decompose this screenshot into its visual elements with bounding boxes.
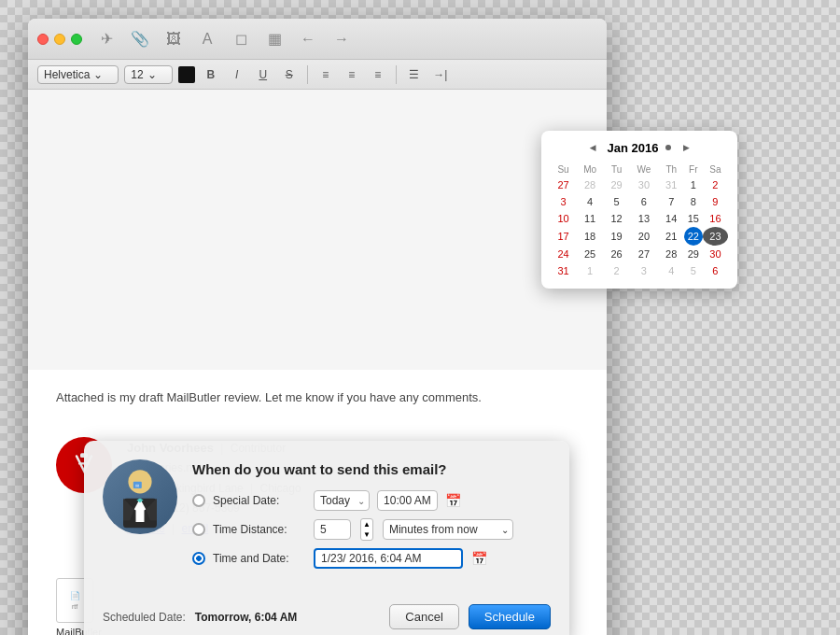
- minimize-button[interactable]: [54, 34, 65, 45]
- calendar-cell-2-4[interactable]: 14: [659, 210, 684, 227]
- calendar-cell-0-1[interactable]: 28: [576, 176, 604, 193]
- stepper-up-icon[interactable]: ▲: [361, 519, 372, 529]
- special-time-input[interactable]: 10:00 AM: [377, 490, 438, 511]
- calendar-cell-4-4[interactable]: 28: [659, 246, 684, 262]
- day-tu: Tu: [604, 162, 629, 176]
- special-date-select[interactable]: Today: [314, 490, 370, 511]
- email-body-text: Attached is my draft MailButler review. …: [56, 388, 579, 407]
- calendar-cell-4-5[interactable]: 29: [684, 246, 703, 262]
- next-icon[interactable]: →: [329, 26, 355, 52]
- special-date-radio[interactable]: [192, 494, 205, 507]
- align-right-icon[interactable]: ≡: [368, 64, 388, 85]
- time-distance-number[interactable]: 5: [314, 519, 351, 540]
- calendar-cell-4-3[interactable]: 27: [629, 246, 658, 262]
- calendar-cell-2-2[interactable]: 12: [604, 210, 629, 227]
- schedule-button[interactable]: Schedule: [469, 604, 551, 629]
- day-fr: Fr: [684, 162, 703, 176]
- calendar-cell-2-6[interactable]: 16: [703, 210, 728, 227]
- photo-icon[interactable]: 🖼: [161, 26, 187, 52]
- calendar-cell-4-0[interactable]: 24: [551, 246, 576, 262]
- calendar-cell-3-0[interactable]: 17: [551, 227, 576, 246]
- datetime-calendar-icon[interactable]: 📅: [470, 550, 487, 567]
- time-distance-radio[interactable]: [192, 523, 205, 536]
- calendar-cell-0-5[interactable]: 1: [684, 176, 703, 193]
- day-we: We: [629, 162, 658, 176]
- calendar-cell-1-2[interactable]: 5: [604, 193, 629, 210]
- traffic-lights: [37, 34, 82, 45]
- align-center-icon[interactable]: ≡: [342, 64, 362, 85]
- stepper-down-icon[interactable]: ▼: [361, 529, 372, 540]
- calendar-cell-1-3[interactable]: 6: [629, 193, 658, 210]
- font-size: 12: [131, 68, 143, 81]
- title-bar: ✈ 📎 🖼 A ◻ ▦ ← →: [28, 19, 607, 60]
- calendar-cell-4-2[interactable]: 26: [604, 246, 629, 262]
- calendar-cell-4-1[interactable]: 25: [576, 246, 604, 262]
- calendar-cell-4-6[interactable]: 30: [703, 246, 728, 262]
- cancel-button[interactable]: Cancel: [389, 604, 458, 629]
- calendar-week-0: 272829303112: [551, 176, 728, 193]
- calendar-cell-3-2[interactable]: 19: [604, 227, 629, 246]
- send-icon[interactable]: ✈: [93, 26, 119, 52]
- calendar-cell-1-6[interactable]: 9: [703, 193, 728, 210]
- attach-icon[interactable]: 📎: [127, 26, 153, 52]
- calendar-week-3: 17181920212223: [551, 227, 728, 246]
- maximize-button[interactable]: [71, 34, 82, 45]
- calendar-cell-2-1[interactable]: 11: [576, 210, 604, 227]
- text-icon[interactable]: A: [194, 26, 220, 52]
- calendar-icon[interactable]: 📅: [445, 492, 462, 509]
- calendar-cell-5-1[interactable]: 1: [576, 262, 604, 279]
- next-month-button[interactable]: ▸: [679, 140, 693, 155]
- calendar-cell-3-3[interactable]: 20: [629, 227, 658, 246]
- calendar-cell-1-4[interactable]: 7: [659, 193, 684, 210]
- minutes-from-now-select[interactable]: Minutes from now: [383, 519, 513, 540]
- strikethrough-button[interactable]: S: [279, 64, 300, 85]
- calendar-cell-1-0[interactable]: 3: [551, 193, 576, 210]
- datetime-input[interactable]: 1/23/ 2016, 6:04 AM: [314, 548, 463, 569]
- indent-icon[interactable]: →|: [430, 64, 451, 85]
- bold-button[interactable]: B: [201, 64, 221, 85]
- time-and-date-row: Time and Date: 1/23/ 2016, 6:04 AM 📅: [192, 548, 551, 569]
- calendar-cell-2-5[interactable]: 15: [684, 210, 703, 227]
- calendar-cell-3-1[interactable]: 18: [576, 227, 604, 246]
- today-dot[interactable]: [665, 145, 671, 150]
- calendar-cell-0-6[interactable]: 2: [703, 176, 728, 193]
- calendar-cell-0-4[interactable]: 31: [659, 176, 684, 193]
- calendar-cell-1-1[interactable]: 4: [576, 193, 604, 210]
- calendar-cell-5-6[interactable]: 6: [703, 262, 728, 279]
- time-and-date-radio[interactable]: [192, 552, 205, 565]
- calendar-cell-5-2[interactable]: 2: [604, 262, 629, 279]
- time-and-date-label: Time and Date:: [213, 552, 306, 565]
- calendar-cell-1-5[interactable]: 8: [684, 193, 703, 210]
- underline-button[interactable]: U: [253, 64, 273, 85]
- prev-icon[interactable]: ←: [295, 26, 321, 52]
- prev-month-button[interactable]: ◂: [585, 140, 600, 155]
- calendar-cell-0-2[interactable]: 29: [604, 176, 629, 193]
- window-icon[interactable]: ◻: [228, 26, 254, 52]
- day-su: Su: [551, 162, 576, 176]
- color-swatch[interactable]: [178, 66, 195, 83]
- calendar-cell-2-0[interactable]: 10: [551, 210, 576, 227]
- more-icon[interactable]: ▦: [261, 26, 287, 52]
- calendar-cell-0-0[interactable]: 27: [551, 176, 576, 193]
- size-select[interactable]: 12 ⌄: [124, 65, 172, 84]
- align-left-icon[interactable]: ≡: [315, 64, 336, 85]
- svg-rect-7: [136, 510, 145, 523]
- calendar-cell-5-4[interactable]: 4: [659, 262, 684, 279]
- italic-button[interactable]: I: [227, 64, 247, 85]
- list-icon[interactable]: ☰: [404, 64, 425, 85]
- calendar-cell-5-3[interactable]: 3: [629, 262, 658, 279]
- stepper[interactable]: ▲ ▼: [360, 518, 373, 541]
- close-button[interactable]: [37, 34, 49, 45]
- month-year-label: Jan 2016: [608, 141, 659, 155]
- font-select[interactable]: Helvetica ⌄: [37, 65, 119, 84]
- calendar-cell-5-5[interactable]: 5: [684, 262, 703, 279]
- separator2: [396, 65, 397, 84]
- calendar-cell-5-0[interactable]: 31: [551, 262, 576, 279]
- calendar-cell-0-3[interactable]: 30: [629, 176, 658, 193]
- calendar-cell-3-6[interactable]: 23: [703, 227, 728, 246]
- calendar-week-4: 24252627282930: [551, 246, 728, 262]
- calendar-cell-3-5[interactable]: 22: [684, 227, 703, 246]
- calendar-cell-3-4[interactable]: 21: [659, 227, 684, 246]
- day-sa: Sa: [703, 162, 728, 176]
- calendar-cell-2-3[interactable]: 13: [629, 210, 658, 227]
